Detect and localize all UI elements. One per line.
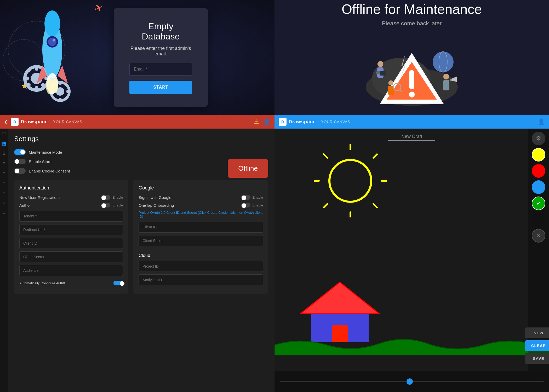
signin-google-label: Signin with Google — [139, 195, 171, 200]
canvas-bottom-bar — [274, 371, 549, 392]
enable-store-toggle[interactable] — [14, 159, 26, 164]
maintenance-illustration — [359, 35, 464, 114]
svg-point-56 — [329, 160, 371, 202]
color-yellow[interactable] — [532, 148, 545, 162]
google-client-id-input[interactable] — [139, 222, 263, 233]
analytics-id-input[interactable] — [139, 274, 263, 285]
new-user-reg-toggle-group: Enable — [101, 195, 123, 200]
audience-input[interactable] — [19, 265, 123, 276]
cookie-consent-label: Enable Cookie Consent — [29, 169, 70, 173]
eraser-button[interactable]: ✕ — [532, 229, 545, 243]
collapse-icon[interactable]: ❮ — [4, 119, 8, 124]
google-client-secret-input[interactable] — [139, 235, 263, 246]
svg-line-52 — [324, 154, 327, 158]
settings-logo-area: D Drawspace — [11, 118, 48, 126]
color-black[interactable] — [532, 213, 545, 226]
color-green[interactable]: ✓ — [532, 197, 545, 210]
svg-rect-12 — [59, 81, 61, 85]
clear-btn[interactable]: CLEAR — [525, 340, 549, 351]
drawing-canvas-area[interactable]: New Draft — [274, 129, 549, 371]
sidebar-icon-3[interactable]: $ — [3, 151, 5, 156]
sidebar-icon-2[interactable]: 👥 — [1, 141, 7, 146]
auth0-toggle-group: Enable — [101, 203, 123, 207]
color-blue[interactable] — [532, 180, 545, 194]
sidebar-icon-4[interactable]: ≡ — [3, 161, 5, 166]
onetap-row: OneTap Onboarding Enable — [139, 203, 263, 207]
maintenance-mode-toggle[interactable] — [14, 149, 26, 155]
canvas-header-right: 👤 — [538, 118, 545, 125]
warning-icon: ⚠ — [254, 118, 259, 125]
signin-google-toggle[interactable] — [241, 195, 250, 200]
email-field[interactable] — [129, 63, 192, 76]
auth0-enable-text: Enable — [112, 203, 123, 207]
sidebar-icon-6[interactable]: ≡ — [3, 181, 5, 186]
svg-rect-4 — [24, 77, 29, 80]
svg-rect-2 — [35, 65, 38, 71]
maintenance-subtitle: Please come back later — [382, 20, 442, 27]
svg-point-44 — [388, 80, 393, 85]
empty-db-modal: Empty Database Please enter the first ad… — [114, 8, 208, 107]
new-user-reg-label: New User Registrations — [19, 195, 61, 200]
onetap-toggle-group: Enable — [241, 203, 263, 207]
canvas-logo-icon: D — [279, 118, 287, 126]
sidebar-icon-9[interactable]: ≡ — [3, 211, 5, 215]
maintenance-panel: Offline for Maintenance Please come back… — [274, 0, 549, 115]
canvas-header: D Drawspace YOUR CANVAS 👤 — [274, 115, 549, 129]
start-button[interactable]: START — [129, 81, 192, 94]
signin-google-toggle-group: Enable — [241, 195, 263, 200]
maintenance-mode-label: Maintenance Mode — [29, 150, 62, 154]
oauth-link-text[interactable]: Project OAuth 2.0 Client ID and Secret (… — [139, 211, 263, 218]
canvas-panel: D Drawspace YOUR CANVAS 👤 New Draft — [274, 115, 549, 392]
palette-settings-btn[interactable]: ⚙ — [532, 132, 545, 145]
draft-title[interactable]: New Draft — [388, 134, 435, 141]
auth0-row: Auth0 Enable — [19, 203, 123, 207]
grass-drawing — [274, 335, 549, 355]
sidebar-icon-1[interactable]: ⚙ — [2, 131, 6, 136]
cloud-title: Cloud — [139, 253, 263, 258]
svg-rect-43 — [450, 79, 452, 81]
auth0-label: Auth0 — [19, 203, 30, 207]
auth-client-id-input[interactable] — [19, 238, 123, 249]
google-section: Google Signin with Google Enable OneTap … — [133, 180, 268, 294]
user-icon[interactable]: 👤 — [263, 118, 270, 125]
svg-rect-41 — [443, 80, 449, 90]
svg-point-25 — [52, 78, 58, 93]
cookie-toggle-row: Enable Cookie Consent — [14, 168, 268, 174]
enable-store-label: Enable Store — [29, 159, 52, 164]
auto-configure-toggle[interactable] — [113, 281, 123, 285]
color-red[interactable] — [532, 164, 545, 178]
new-user-reg-toggle[interactable] — [101, 195, 110, 200]
new-user-reg-row: New User Registrations Enable — [19, 195, 123, 200]
settings-panel: ❮ D Drawspace YOUR CANVAS ⚠ 👤 ⚙ 👥 $ ≡ ≡ … — [0, 115, 274, 392]
redirect-url-input[interactable] — [19, 224, 123, 235]
header-right-icons: ⚠ 👤 — [254, 118, 270, 125]
top-toggles-group: Maintenance Mode Enable Store Enable Coo… — [14, 149, 268, 174]
sidebar-icon-5[interactable]: ≡ — [3, 171, 5, 176]
brush-size-slider[interactable] — [280, 381, 544, 382]
svg-rect-45 — [388, 86, 394, 95]
auto-configure-label: Automatically Configure Auth0 — [19, 281, 65, 285]
store-toggle-row: Enable Store — [14, 159, 268, 164]
settings-header: ❮ D Drawspace YOUR CANVAS ⚠ 👤 — [0, 115, 274, 129]
onetap-toggle[interactable] — [241, 203, 250, 207]
svg-marker-57 — [301, 282, 379, 314]
save-btn[interactable]: SAVE — [525, 353, 549, 364]
cookie-consent-toggle[interactable] — [14, 168, 26, 174]
drawspace-logo-icon: D — [11, 118, 19, 126]
canvas-user-icon[interactable]: 👤 — [538, 118, 545, 125]
sidebar-icon-7[interactable]: ≡ — [3, 191, 5, 195]
sidebar-icon-8[interactable]: ≡ — [3, 201, 5, 205]
svg-rect-3 — [35, 86, 38, 91]
auth-client-secret-input[interactable] — [19, 251, 123, 262]
your-canvas-label: YOUR CANVAS — [53, 120, 82, 124]
canvas-logo-area: D Drawspace — [279, 118, 316, 126]
svg-line-54 — [324, 204, 327, 207]
tenant-input[interactable] — [19, 211, 123, 222]
new-btn[interactable]: NEW — [525, 327, 549, 338]
settings-sidebar: ⚙ 👥 $ ≡ ≡ ≡ ≡ ≡ ≡ — [0, 129, 8, 392]
auth0-toggle[interactable] — [101, 203, 110, 207]
onetap-label: OneTap Onboarding — [139, 203, 174, 207]
settings-body: ⚙ 👥 $ ≡ ≡ ≡ ≡ ≡ ≡ Settings Maintenance M… — [0, 129, 274, 392]
canvas-logo-text: Drawspace — [289, 119, 316, 125]
project-id-input[interactable] — [139, 261, 263, 272]
